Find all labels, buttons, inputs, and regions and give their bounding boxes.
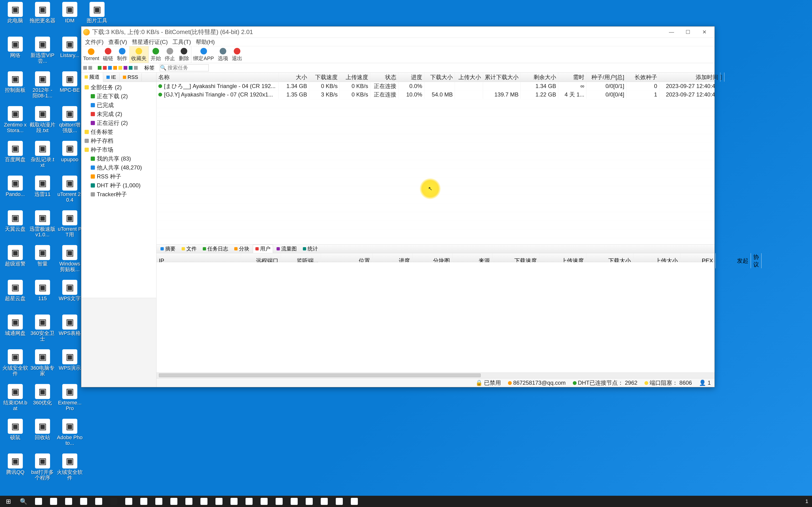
- tree-node[interactable]: 任务标签: [81, 127, 156, 136]
- detail-tab[interactable]: 统计: [300, 244, 320, 253]
- desktop-icon[interactable]: ▣新迅雷VIP尝...: [30, 37, 55, 64]
- tree-node[interactable]: RSS 种子: [81, 172, 156, 181]
- taskbar-app[interactable]: [61, 496, 75, 507]
- taskbar-app[interactable]: [197, 496, 211, 507]
- desktop-icon[interactable]: ▣回收站: [30, 419, 55, 440]
- desktop-icon[interactable]: ▣控制面板: [2, 71, 28, 93]
- column-header[interactable]: 种子/用户[总]: [587, 72, 626, 82]
- column-header[interactable]: 下载速度: [309, 72, 340, 82]
- minimize-button[interactable]: —: [663, 27, 680, 37]
- toolbar-停止[interactable]: 停止: [163, 46, 177, 63]
- desktop-icon[interactable]: ▣WPS文字: [57, 280, 83, 301]
- maximize-button[interactable]: ☐: [680, 27, 696, 37]
- tree-node[interactable]: 已完成: [81, 101, 156, 110]
- tree-node[interactable]: 种子市场: [81, 145, 156, 154]
- taskbar-app[interactable]: [302, 496, 316, 507]
- desktop-icon[interactable]: ▣360优化: [30, 384, 55, 406]
- desktop-icon[interactable]: ▣超星云盘: [2, 280, 28, 301]
- toolbar-磁链[interactable]: 磁链: [101, 46, 115, 63]
- desktop-icon[interactable]: ▣qbittorr增强版...: [57, 106, 83, 133]
- column-header[interactable]: 添加时间: [659, 72, 720, 82]
- status-account[interactable]: 867258173@qq.com: [508, 380, 565, 386]
- desktop-icon[interactable]: ▣硕鼠: [2, 419, 28, 440]
- column-header[interactable]: 名称: [156, 72, 278, 82]
- taskbar-app[interactable]: [47, 496, 61, 507]
- desktop-icon[interactable]: ▣115: [30, 280, 55, 301]
- taskbar[interactable]: ⊞ 🔍 1: [0, 496, 812, 507]
- detail-tab[interactable]: 任务日志: [200, 244, 231, 253]
- menu-item[interactable]: 文件(F): [83, 38, 106, 46]
- desktop-icon[interactable]: ▣火绒安全软件: [2, 349, 28, 377]
- start-button[interactable]: ⊞: [1, 496, 15, 507]
- menu-item[interactable]: 帮助(H): [193, 38, 217, 46]
- taskbar-app[interactable]: [317, 496, 331, 507]
- toolbar-制作[interactable]: 制作: [115, 46, 129, 63]
- toolbar-绑定APP[interactable]: 绑定APP: [191, 46, 216, 63]
- toolbar-收藏夹[interactable]: 收藏夹: [129, 46, 149, 63]
- tree-node[interactable]: 正在下载 (2): [81, 92, 156, 101]
- sidebar-tab[interactable]: 频道: [81, 72, 103, 82]
- taskbar-app[interactable]: [272, 496, 286, 507]
- desktop-icon[interactable]: ▣WPS演示: [57, 349, 83, 371]
- filter-chip[interactable]: [123, 66, 128, 70]
- peer-column-header[interactable]: 发起: [716, 253, 751, 268]
- task-row[interactable]: [まひろ__] Ayakashi Triangle - 04 (CR 192..…: [156, 82, 714, 91]
- column-header[interactable]: 下载大小: [424, 72, 455, 82]
- filter-chip[interactable]: [108, 66, 112, 70]
- desktop-icon[interactable]: ▣upupoo: [57, 141, 83, 162]
- desktop-icon[interactable]: ▣MPC-BE: [57, 71, 83, 93]
- desktop-icon[interactable]: ▣此电脑: [2, 2, 28, 23]
- desktop-icon[interactable]: ▣截取动漫片段.txt: [30, 106, 55, 133]
- tree-node[interactable]: 全部任务 (2): [81, 83, 156, 92]
- column-header[interactable]: 剩余大小: [521, 72, 558, 82]
- filter-chip[interactable]: [134, 66, 138, 70]
- desktop-icon[interactable]: ▣网络: [2, 37, 28, 58]
- desktop-icon[interactable]: ▣2012年 - 阳08-1...: [30, 71, 55, 99]
- taskbar-app[interactable]: [212, 496, 226, 507]
- desktop-icon[interactable]: ▣Zentimo xStora...: [2, 106, 28, 133]
- desktop-icon[interactable]: ▣杂乱记录.txt: [30, 141, 55, 168]
- peer-list-header[interactable]: IP远程端口监听端...位置进度分块图来源下载速度上传速度下载大小上传大小PEX…: [156, 253, 714, 262]
- column-header[interactable]: 累计下载大小: [483, 72, 521, 82]
- desktop-icon[interactable]: ▣超级巡警: [2, 245, 28, 267]
- taskbar-app[interactable]: [92, 496, 106, 507]
- desktop-icon[interactable]: ▣bat打开多个程序: [30, 453, 55, 481]
- taskbar-app[interactable]: [137, 496, 151, 507]
- taskbar-app[interactable]: [347, 496, 361, 507]
- column-header[interactable]: 上传速度: [340, 72, 370, 82]
- taskbar-app[interactable]: [77, 496, 91, 507]
- tree-node[interactable]: DHT 种子 (1,000): [81, 181, 156, 190]
- taskbar-app[interactable]: [107, 496, 121, 507]
- column-header[interactable]: 状态: [370, 72, 399, 82]
- desktop-icon[interactable]: ▣Windows剪贴板...: [57, 245, 83, 272]
- desktop-icon[interactable]: ▣天翼云盘: [2, 210, 28, 232]
- column-header[interactable]: 长效种子: [626, 72, 659, 82]
- desktop-icon[interactable]: ▣Extreme... Pro: [57, 384, 83, 411]
- taskbar-app[interactable]: [122, 496, 136, 507]
- desktop-icon[interactable]: ▣图片工具: [84, 2, 110, 23]
- task-row[interactable]: [GJ.Y] Ayakashi Triangle - 07 (CR 1920x1…: [156, 91, 714, 99]
- detail-tab[interactable]: 文件: [179, 244, 199, 253]
- menu-item[interactable]: 查看(V): [106, 38, 130, 46]
- column-header[interactable]: 上传大小: [455, 72, 483, 82]
- menu-item[interactable]: 工具(T): [170, 38, 193, 46]
- toolbar-删除[interactable]: 删除: [177, 46, 191, 63]
- taskbar-app[interactable]: [257, 496, 271, 507]
- task-list[interactable]: [まひろ__] Ayakashi Triangle - 04 (CR 192..…: [156, 82, 714, 244]
- peer-column-header[interactable]: 协议: [751, 253, 761, 268]
- filter-chip[interactable]: [118, 66, 122, 70]
- chevron-left-icon[interactable]: [83, 66, 87, 70]
- desktop-icon[interactable]: ▣智量: [30, 245, 55, 267]
- taskbar-app[interactable]: [242, 496, 256, 507]
- tree-node[interactable]: Tracker种子: [81, 190, 156, 199]
- desktop-icon[interactable]: ▣迅雷极速版v1.0...: [30, 210, 55, 237]
- tree-node[interactable]: 他人共享 (48,270): [81, 163, 156, 172]
- taskbar-app[interactable]: [167, 496, 181, 507]
- toolbar-退出[interactable]: 退出: [230, 46, 244, 63]
- menu-item[interactable]: 彗星通行证(C): [130, 38, 170, 46]
- system-tray[interactable]: 1: [805, 498, 811, 504]
- taskbar-app-bitcomet[interactable]: [332, 496, 346, 507]
- desktop-icon[interactable]: ▣城通网盘: [2, 315, 28, 336]
- scrollbar-thumb[interactable]: [159, 374, 481, 377]
- desktop-icon[interactable]: ▣Adobe Photo...: [57, 419, 83, 446]
